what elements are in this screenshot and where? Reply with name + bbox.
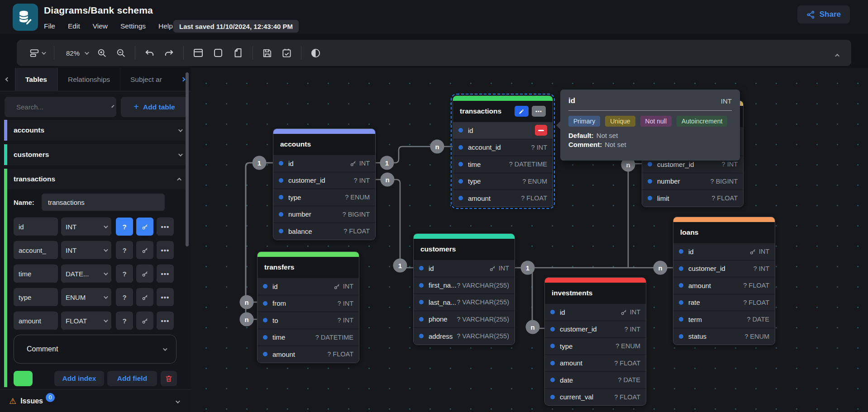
undo-button[interactable] <box>140 44 159 62</box>
menu-help[interactable]: Help <box>158 22 173 30</box>
add-area-button[interactable] <box>208 44 228 62</box>
field-name-input[interactable]: type <box>14 288 58 306</box>
diagram-canvas[interactable]: 1nn1nn11nnn accountsidINTcustomer_id? IN… <box>191 68 868 412</box>
field-name-input[interactable]: time <box>14 265 58 283</box>
layout-button[interactable] <box>25 44 49 62</box>
relationship-line[interactable] <box>532 268 544 328</box>
zoom-in-button[interactable] <box>92 44 111 62</box>
zoom-out-button[interactable] <box>111 44 130 62</box>
field-name-input[interactable]: amount <box>14 312 58 330</box>
table-transactions[interactable]: transactions•••idaccount_id? INTtime? DA… <box>453 95 553 207</box>
table-field-id[interactable]: idINT <box>414 260 515 277</box>
table-field-type[interactable]: type? ENUM <box>453 173 553 190</box>
comment-section[interactable]: Comment <box>14 335 176 364</box>
menu-settings[interactable]: Settings <box>120 22 146 30</box>
field-name-input[interactable]: account_ <box>14 241 58 259</box>
relationship-line[interactable] <box>628 164 642 268</box>
table-field-address[interactable]: address? VARCHAR(255) <box>414 327 515 345</box>
toolbar-collapse-button[interactable] <box>834 48 842 62</box>
table-field-time[interactable]: time? DATETIME <box>453 156 553 173</box>
table-field-id[interactable]: idINT <box>258 278 359 295</box>
menu-view[interactable]: View <box>93 22 108 30</box>
zoom-level-button[interactable]: 82% <box>59 44 92 62</box>
table-field-number[interactable]: number? BIGINT <box>273 206 375 223</box>
menu-file[interactable]: File <box>44 22 55 30</box>
sidebar-item-accounts[interactable]: accounts <box>4 120 188 141</box>
table-field-customer_id[interactable]: customer_id? INT <box>273 172 375 189</box>
table-accounts[interactable]: accountsidINTcustomer_id? INTtype? ENUMn… <box>273 128 376 240</box>
field-name-input[interactable]: id <box>14 218 58 236</box>
table-field-first_na[interactable]: first_na...? VARCHAR(255) <box>414 277 515 294</box>
table-field-customer_id[interactable]: customer_id? INT <box>545 321 646 338</box>
table-field-id[interactable]: id <box>453 122 553 139</box>
table-title-row[interactable]: transactions••• <box>453 101 553 122</box>
issues-bar[interactable]: ⚠ Issues 0 <box>0 389 191 412</box>
table-field-date[interactable]: date? DATE <box>545 371 646 388</box>
primary-key-toggle[interactable] <box>136 288 153 306</box>
chevron-down-icon[interactable] <box>178 128 183 132</box>
theme-toggle-button[interactable] <box>306 44 325 62</box>
table-field-id[interactable]: idINT <box>673 243 775 260</box>
field-type-select[interactable]: INT <box>61 218 111 236</box>
table-field-from[interactable]: from? INT <box>258 295 359 312</box>
field-type-select[interactable]: DATE... <box>61 265 111 283</box>
table-title-row[interactable]: accounts <box>273 134 375 155</box>
add-table-tool-button[interactable] <box>188 44 208 62</box>
field-more-button[interactable]: ••• <box>157 241 174 259</box>
table-more-button[interactable]: ••• <box>532 106 546 117</box>
table-field-id[interactable]: idINT <box>545 303 646 321</box>
tab-relationships[interactable]: Relationships <box>57 68 120 91</box>
field-type-select[interactable]: INT <box>61 241 111 259</box>
add-field-button[interactable]: Add field <box>107 371 157 386</box>
field-type-select[interactable]: ENUM <box>61 288 111 306</box>
table-field-number[interactable]: number? BIGINT <box>642 173 743 190</box>
search-input[interactable] <box>16 103 106 111</box>
field-more-button[interactable]: ••• <box>157 312 174 330</box>
table-customers[interactable]: customersidINTfirst_na...? VARCHAR(255)l… <box>413 233 515 345</box>
add-table-button[interactable]: + Add table <box>121 97 188 117</box>
table-title-row[interactable]: investments <box>545 283 646 303</box>
redo-button[interactable] <box>159 44 179 62</box>
add-index-button[interactable]: Add index <box>54 371 104 386</box>
table-field-status[interactable]: status? ENUM <box>673 328 775 345</box>
app-logo[interactable] <box>13 4 38 31</box>
table-search[interactable] <box>5 97 116 117</box>
primary-key-toggle[interactable] <box>136 241 153 259</box>
delete-table-button[interactable] <box>161 371 177 386</box>
table-field-account_id[interactable]: account_id? INT <box>453 139 553 156</box>
table-field-type[interactable]: type? ENUM <box>545 337 646 355</box>
sidebar-item-customers[interactable]: customers <box>4 144 188 165</box>
table-field-balance[interactable]: balance? FLOAT <box>273 223 375 240</box>
issues-collapse-button[interactable] <box>173 394 181 408</box>
tab-tables[interactable]: Tables <box>15 68 57 91</box>
field-more-button[interactable]: ••• <box>157 265 174 283</box>
table-field-customer_id[interactable]: customer_id? INT <box>673 260 775 277</box>
table-field-phone[interactable]: phone? VARCHAR(255) <box>414 311 515 328</box>
table-field-amount[interactable]: amount? FLOAT <box>453 189 553 207</box>
table-field-time[interactable]: time? DATETIME <box>258 329 359 346</box>
tab-subject-ar[interactable]: Subject ar <box>120 68 163 91</box>
table-field-id[interactable]: idINT <box>273 155 375 172</box>
table-field-term[interactable]: term? DATE <box>673 311 775 328</box>
table-field-last_na[interactable]: last_na...? VARCHAR(255) <box>414 294 515 311</box>
field-type-select[interactable]: FLOAT <box>61 312 111 330</box>
table-field-rate[interactable]: rate? FLOAT <box>673 294 775 311</box>
nullable-toggle[interactable]: ? <box>116 241 133 259</box>
delete-field-button[interactable] <box>535 125 547 136</box>
sidebar-scrollbar[interactable] <box>186 72 189 246</box>
table-name-input[interactable] <box>42 194 165 211</box>
primary-key-toggle[interactable] <box>136 265 153 283</box>
table-field-to[interactable]: to? INT <box>258 312 359 329</box>
table-title-row[interactable]: loans <box>673 222 775 243</box>
table-field-type[interactable]: type? ENUM <box>273 189 375 206</box>
tabs-scroll-left-button[interactable] <box>0 68 15 91</box>
table-transfers[interactable]: transfersidINTfrom? INTto? INTtime? DATE… <box>257 251 359 363</box>
add-note-button[interactable] <box>228 44 248 62</box>
relationship-line[interactable] <box>376 180 413 268</box>
field-more-button[interactable]: ••• <box>157 288 174 306</box>
table-title-row[interactable]: transfers <box>258 257 359 278</box>
table-color-swatch[interactable] <box>14 371 33 386</box>
table-field-current_val[interactable]: current_val? FLOAT <box>545 388 646 406</box>
commit-button[interactable] <box>277 44 296 62</box>
menu-edit[interactable]: Edit <box>68 22 80 30</box>
